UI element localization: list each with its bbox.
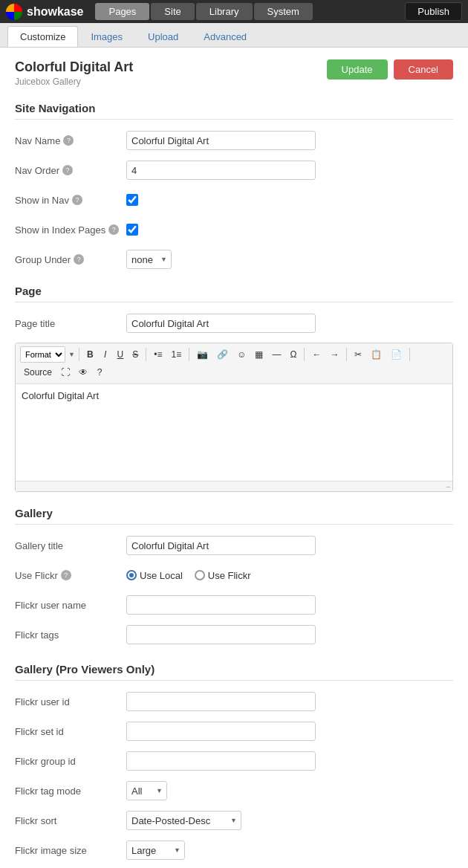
fullscreen-button[interactable]: ⛶ xyxy=(57,364,74,380)
main-content: Colorful Digital Art Juicebox Gallery Up… xyxy=(0,48,468,868)
page-section: Page Page title Format ▼ B I U S •≡ 1≡ xyxy=(15,285,453,492)
page-subtitle: Juicebox Gallery xyxy=(15,77,133,87)
group-under-select-wrapper: none xyxy=(126,250,172,269)
bullet-list-button[interactable]: •≡ xyxy=(150,346,166,363)
group-under-select[interactable]: none xyxy=(126,250,172,269)
source-button[interactable]: Source xyxy=(20,364,56,380)
tab-customize[interactable]: Customize xyxy=(7,26,78,47)
hr-button[interactable]: ― xyxy=(268,346,285,363)
logo-icon xyxy=(6,4,22,20)
show-in-nav-help-icon[interactable]: ? xyxy=(72,195,82,205)
flickr-username-row: Flickr user name xyxy=(15,595,453,615)
site-navigation-section: Site Navigation Nav Name ? Nav Order ? S… xyxy=(15,102,453,270)
flickr-tag-mode-row: Flickr tag mode All Any xyxy=(15,780,453,801)
gallery-section-header: Gallery xyxy=(15,507,453,525)
library-nav-btn[interactable]: Library xyxy=(196,3,253,20)
flickr-set-id-label: Flickr set id xyxy=(15,726,126,737)
flickr-image-size-select[interactable]: Large Medium Small xyxy=(126,841,185,860)
show-index-checkbox[interactable] xyxy=(126,224,138,236)
editor-content: Colorful Digital Art xyxy=(22,390,99,401)
flickr-user-id-input[interactable] xyxy=(126,692,316,711)
rich-text-editor: Format ▼ B I U S •≡ 1≡ 📷 🔗 ☺ ▦ ― Ω ← xyxy=(15,343,453,492)
logo-text: showkase xyxy=(27,5,83,19)
use-flickr-radio-label[interactable]: Use Flickr xyxy=(195,570,251,581)
use-flickr-radio-dot[interactable] xyxy=(195,570,205,580)
bold-button[interactable]: B xyxy=(83,346,97,363)
page-title-input[interactable] xyxy=(126,314,316,333)
page-title: Colorful Digital Art xyxy=(15,59,133,75)
flickr-radio-group: Use Local Use Flickr xyxy=(126,570,251,581)
link-button[interactable]: 🔗 xyxy=(213,346,232,363)
toolbar-sep-3 xyxy=(189,348,189,361)
table-button[interactable]: ▦ xyxy=(251,346,267,363)
site-nav-btn[interactable]: Site xyxy=(151,3,194,20)
tab-advanced[interactable]: Advanced xyxy=(191,26,259,47)
emoji-button[interactable]: ☺ xyxy=(233,346,250,363)
cancel-button[interactable]: Cancel xyxy=(394,59,453,80)
site-navigation-header: Site Navigation xyxy=(15,102,453,120)
pages-nav-btn[interactable]: Pages xyxy=(95,3,149,20)
flickr-sort-select-wrapper: Date-Posted-Desc Date-Posted-Asc Date-Ta… xyxy=(126,811,241,830)
flickr-tags-label: Flickr tags xyxy=(15,629,126,641)
group-under-row: Group Under ? none xyxy=(15,249,453,270)
format-select[interactable]: Format xyxy=(20,346,65,363)
show-in-nav-row: Show in Nav ? xyxy=(15,190,453,210)
page-header: Colorful Digital Art Juicebox Gallery Up… xyxy=(15,59,453,87)
resize-handle[interactable]: ⌢ xyxy=(446,482,451,491)
nav-order-input[interactable] xyxy=(126,161,316,180)
underline-button[interactable]: U xyxy=(114,346,128,363)
tab-images[interactable]: Images xyxy=(78,26,135,47)
numbered-list-button[interactable]: 1≡ xyxy=(167,346,185,363)
show-index-help-icon[interactable]: ? xyxy=(108,224,119,235)
page-title-row: Page title xyxy=(15,313,453,334)
gallery-title-input[interactable] xyxy=(126,536,316,555)
toolbar-sep-5 xyxy=(346,348,347,361)
copy-button[interactable]: 📋 xyxy=(367,346,386,363)
use-local-radio-dot[interactable] xyxy=(126,570,137,580)
show-index-row: Show in Index Pages ? xyxy=(15,219,453,240)
paste-button[interactable]: 📄 xyxy=(387,346,406,363)
logo-area: showkase xyxy=(6,4,83,20)
show-in-nav-checkbox[interactable] xyxy=(126,194,138,206)
strikethrough-button[interactable]: S xyxy=(129,346,142,363)
toolbar-sep-6 xyxy=(409,348,410,361)
flickr-sort-select[interactable]: Date-Posted-Desc Date-Posted-Asc Date-Ta… xyxy=(126,811,241,830)
nav-order-help-icon[interactable]: ? xyxy=(62,165,73,175)
flickr-tags-input[interactable] xyxy=(126,625,316,644)
image-button[interactable]: 📷 xyxy=(193,346,212,363)
flickr-username-label: Flickr user name xyxy=(15,600,126,611)
format-dropdown-arrow: ▼ xyxy=(68,351,75,358)
special-char-button[interactable]: Ω xyxy=(286,346,300,363)
update-button[interactable]: Update xyxy=(327,59,388,80)
undo-button[interactable]: ← xyxy=(308,346,325,363)
flickr-sort-label: Flickr sort xyxy=(15,815,126,826)
tab-upload[interactable]: Upload xyxy=(135,26,191,47)
use-flickr-label: Use Flickr ? xyxy=(15,570,126,581)
show-in-nav-label: Show in Nav ? xyxy=(15,195,126,206)
gallery-section: Gallery Gallery title Use Flickr ? Use L… xyxy=(15,507,453,645)
nav-name-input[interactable] xyxy=(126,131,316,150)
redo-button[interactable]: → xyxy=(326,346,342,363)
flickr-set-id-input[interactable] xyxy=(126,722,316,741)
italic-button[interactable]: I xyxy=(99,346,112,363)
flickr-username-input[interactable] xyxy=(126,595,316,615)
help-button[interactable]: ? xyxy=(93,364,106,380)
group-under-help-icon[interactable]: ? xyxy=(74,254,84,265)
toolbar-sep-2 xyxy=(146,348,146,361)
use-local-radio-label[interactable]: Use Local xyxy=(126,570,183,581)
flickr-image-size-row: Flickr image size Large Medium Small xyxy=(15,840,453,861)
flickr-group-id-input[interactable] xyxy=(126,751,316,771)
nav-order-row: Nav Order ? xyxy=(15,160,453,181)
nav-name-help-icon[interactable]: ? xyxy=(63,135,74,146)
publish-button[interactable]: Publish xyxy=(405,2,462,21)
editor-body[interactable]: Colorful Digital Art xyxy=(16,384,452,481)
use-flickr-help-icon[interactable]: ? xyxy=(61,570,71,580)
header-buttons: Update Cancel xyxy=(327,59,453,80)
system-nav-btn[interactable]: System xyxy=(254,3,313,20)
use-flickr-row: Use Flickr ? Use Local Use Flickr xyxy=(15,565,453,586)
show-index-label: Show in Index Pages ? xyxy=(15,224,126,236)
cut-button[interactable]: ✂ xyxy=(351,346,365,363)
group-under-label: Group Under ? xyxy=(15,254,126,265)
preview-button[interactable]: 👁 xyxy=(75,364,91,380)
flickr-tag-mode-select[interactable]: All Any xyxy=(126,781,167,800)
